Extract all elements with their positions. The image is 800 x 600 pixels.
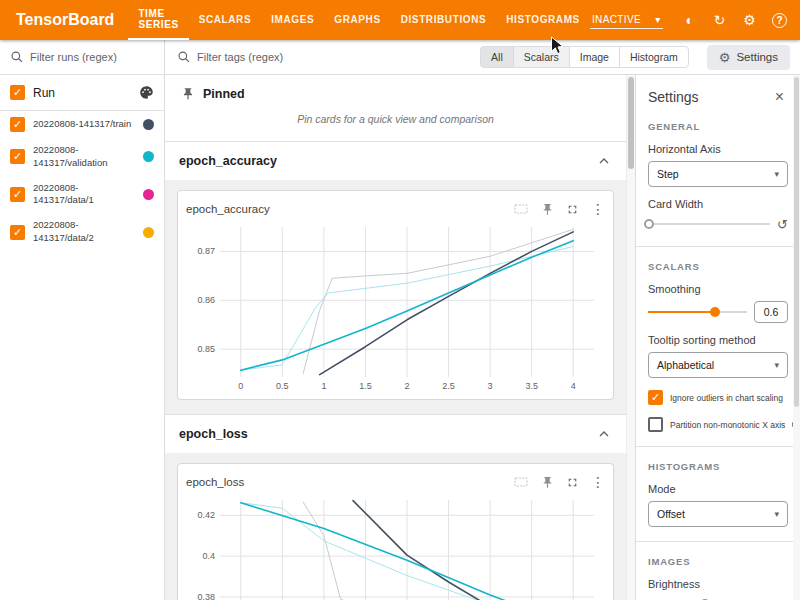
- help-icon[interactable]: ?: [767, 7, 793, 33]
- select-all-runs-checkbox[interactable]: ✓: [10, 85, 25, 100]
- svg-text:0.42: 0.42: [197, 510, 215, 520]
- svg-text:0.86: 0.86: [197, 295, 215, 305]
- card-toolbar: ⋮: [513, 474, 605, 490]
- theme-toggle-icon[interactable]: ◐: [677, 7, 703, 33]
- tooltip-sorting-select[interactable]: Alphabetical ▾: [648, 352, 788, 378]
- settings-scrollbar[interactable]: [793, 75, 800, 600]
- pin-card-icon[interactable]: [541, 476, 554, 489]
- images-caption: IMAGES: [648, 556, 788, 567]
- run-checkbox[interactable]: ✓: [10, 225, 25, 240]
- smoothing-slider[interactable]: [648, 304, 747, 320]
- tab-histograms[interactable]: HISTOGRAMS: [496, 0, 590, 40]
- run-color-dot: [143, 227, 154, 238]
- fit-domain-icon[interactable]: [513, 475, 529, 489]
- tab-time-series[interactable]: TIME SERIES: [128, 0, 188, 40]
- card-toolbar: ⋮: [513, 201, 605, 217]
- brightness-label: Brightness: [648, 578, 788, 590]
- selected-value: Step: [657, 168, 679, 180]
- run-checkbox[interactable]: ✓: [10, 117, 25, 132]
- epoch-accuracy-chart[interactable]: 00.511.522.533.540.850.860.87: [186, 221, 604, 393]
- card-header: epoch_accuracy ⋮: [186, 197, 605, 221]
- scalars-caption: SCALARS: [648, 261, 788, 272]
- run-color-dot: [143, 119, 154, 130]
- slider-thumb[interactable]: [710, 307, 720, 317]
- chevron-down-icon: ▾: [774, 509, 779, 519]
- app-title: TensorBoard: [0, 0, 128, 40]
- run-row-train[interactable]: ✓ 20220808-141317/train: [0, 111, 164, 138]
- run-checkbox[interactable]: ✓: [10, 187, 25, 202]
- divider: [636, 446, 800, 447]
- tooltip-sorting-label: Tooltip sorting method: [648, 334, 788, 346]
- tag-filter: [177, 50, 472, 64]
- slider-thumb[interactable]: [644, 219, 654, 229]
- tab-graphs[interactable]: GRAPHS: [324, 0, 390, 40]
- refresh-icon[interactable]: ↻: [707, 7, 733, 33]
- runs-header-label: Run: [33, 86, 131, 100]
- close-icon[interactable]: ×: [771, 87, 788, 107]
- horizontal-axis-select[interactable]: Step ▾: [648, 161, 788, 187]
- chip-image[interactable]: Image: [569, 46, 620, 68]
- selected-value: Alphabetical: [657, 359, 714, 371]
- cards-scroll-area: Pinned Pin cards for a quick view and co…: [165, 75, 635, 600]
- chevron-up-icon[interactable]: [596, 153, 612, 169]
- chip-all[interactable]: All: [480, 46, 514, 68]
- chip-histogram[interactable]: Histogram: [619, 46, 689, 68]
- smoothing-value-input[interactable]: [754, 301, 788, 323]
- run-checkbox[interactable]: ✓: [10, 149, 25, 164]
- more-options-icon[interactable]: ⋮: [591, 201, 605, 217]
- reload-status-select[interactable]: INACTIVE ▾: [590, 11, 663, 29]
- fit-domain-icon[interactable]: [513, 202, 529, 216]
- chip-scalars[interactable]: Scalars: [513, 46, 570, 68]
- card-width-slider[interactable]: [648, 216, 770, 232]
- check-icon: ✓: [13, 226, 22, 239]
- general-caption: GENERAL: [648, 121, 788, 132]
- pin-card-icon[interactable]: [541, 203, 554, 216]
- chevron-down-icon: ▾: [655, 14, 660, 25]
- brightness-slider[interactable]: [648, 596, 770, 600]
- fullscreen-icon[interactable]: [566, 203, 579, 216]
- scrollbar-thumb[interactable]: [794, 77, 799, 407]
- run-filter-input[interactable]: [30, 51, 140, 63]
- check-icon: ✓: [13, 188, 22, 201]
- ignore-outliers-checkbox[interactable]: ✓: [648, 390, 663, 405]
- run-row-data-1[interactable]: ✓ 20220808-141317/data/1: [0, 176, 164, 214]
- svg-text:1.5: 1.5: [359, 381, 372, 391]
- palette-icon[interactable]: [139, 85, 154, 100]
- partition-x-axis-label: Partition non-monotonic X axis: [670, 420, 785, 430]
- scrollbar-thumb[interactable]: [628, 77, 634, 169]
- section-header-epoch-loss[interactable]: epoch_loss: [165, 414, 626, 453]
- settings-panel-title: Settings: [648, 89, 699, 105]
- gear-icon[interactable]: ⚙: [737, 7, 763, 33]
- chevron-up-icon[interactable]: [596, 426, 612, 442]
- settings-panel: Settings × GENERAL Horizontal Axis Step …: [635, 75, 800, 600]
- reset-icon[interactable]: ↺: [777, 218, 788, 231]
- section-body: epoch_loss ⋮ 00.511.522.533.540.360.380.…: [165, 453, 626, 600]
- search-icon: [177, 50, 191, 64]
- tag-filter-input[interactable]: [197, 51, 317, 63]
- check-icon: ✓: [13, 118, 22, 131]
- main-scrollbar[interactable]: [626, 75, 635, 600]
- horizontal-axis-label: Horizontal Axis: [648, 143, 788, 155]
- tab-scalars[interactable]: SCALARS: [189, 0, 262, 40]
- run-row-data-2[interactable]: ✓ 20220808-141317/data/2: [0, 213, 164, 251]
- partition-x-axis-checkbox[interactable]: [648, 417, 663, 432]
- histogram-mode-select[interactable]: Offset ▾: [648, 501, 788, 527]
- topbar-actions: INACTIVE ▾ ◐ ↻ ⚙ ?: [590, 0, 800, 40]
- card-title: epoch_loss: [186, 476, 244, 488]
- epoch-loss-chart[interactable]: 00.511.522.533.540.360.380.40.42: [186, 494, 604, 600]
- settings-button[interactable]: ⚙ Settings: [707, 45, 790, 70]
- tab-distributions[interactable]: DISTRIBUTIONS: [391, 0, 497, 40]
- more-options-icon[interactable]: ⋮: [591, 474, 605, 490]
- run-row-validation[interactable]: ✓ 20220808-141317/validation: [0, 138, 164, 176]
- tab-images[interactable]: IMAGES: [261, 0, 324, 40]
- histograms-caption: HISTOGRAMS: [648, 461, 788, 472]
- svg-text:0: 0: [238, 381, 243, 391]
- svg-text:0.5: 0.5: [276, 381, 289, 391]
- histogram-mode-label: Mode: [648, 483, 788, 495]
- section-title: epoch_loss: [179, 427, 248, 441]
- help-glyph: ?: [772, 13, 787, 28]
- svg-text:0.4: 0.4: [202, 551, 215, 561]
- section-header-epoch-accuracy[interactable]: epoch_accuracy: [165, 142, 626, 180]
- run-color-dot: [143, 189, 154, 200]
- fullscreen-icon[interactable]: [566, 476, 579, 489]
